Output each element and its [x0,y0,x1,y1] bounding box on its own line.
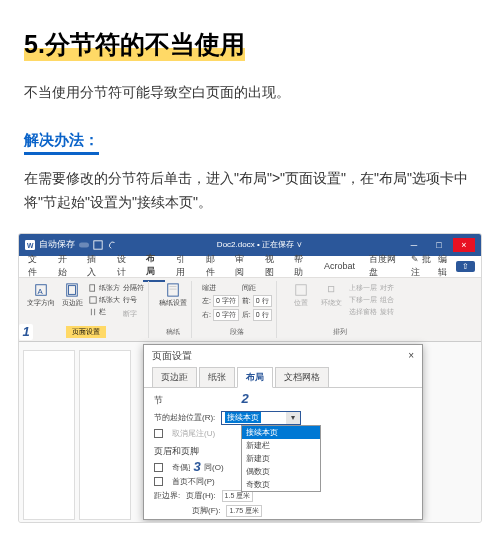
group-label-paragraph: 段落 [230,326,244,338]
dd-continuous[interactable]: 接续本页 [242,426,320,439]
tab-help[interactable]: 帮助 [291,251,313,281]
annotation-1: 1 [19,324,33,340]
footer-label: 页脚(F): [192,505,220,516]
autosave-toggle-icon[interactable] [79,240,89,250]
tab-references[interactable]: 引用 [173,251,195,281]
group-objects-button: 组合 [380,295,394,305]
indent-label: 缩进 [202,283,239,293]
svg-rect-7 [69,286,76,295]
section-start-dropdown: 接续本页 新建栏 新建页 偶数页 奇数页 [241,425,321,492]
group-label-paper: 稿纸 [166,326,180,338]
svg-rect-2 [79,242,89,247]
footer-distance-input[interactable]: 1.75 厘米 [226,505,262,517]
svg-rect-16 [328,286,333,291]
autosave-label: 自动保存 [39,238,75,251]
header-label: 页眉(H): [186,490,215,501]
tab-review[interactable]: 审阅 [232,251,254,281]
page-setup-dialog: 页面设置 × 页边距 纸张 布局 文档网格 2 节 节的起始位置(R): 接续本… [143,344,423,520]
svg-text:W: W [27,241,34,248]
tab-layout[interactable]: 布局 [143,250,165,282]
ribbon-tabs: 文件 开始 插入 设计 布局 引用 邮件 审阅 视图 帮助 Acrobat 百度… [19,256,481,278]
first-page-label: 首页不同(P) [172,476,215,487]
dd-new-page[interactable]: 新建页 [242,452,320,465]
tab-home[interactable]: 开始 [55,251,77,281]
tab-mailings[interactable]: 邮件 [203,251,225,281]
group-arrange: 位置 环绕文 上移一层 下移一层 选择窗格 对齐 组合 旋转 排列 [283,281,398,338]
indent-right-input[interactable]: 0 字符 [213,309,239,321]
annotation-3: 3 [190,459,204,475]
size-button[interactable]: 纸张大 [89,295,120,305]
send-backward-button: 下移一层 [349,295,377,305]
dialog-close-button[interactable]: × [408,350,414,361]
group-paper: 稿纸设置 稿纸 [155,281,192,338]
tab-insert[interactable]: 插入 [84,251,106,281]
group-page-setup: A文字方向 页边距 纸张方 纸张大 栏 分隔符 行号 断字 页面设置 1 [23,281,149,338]
page-1 [23,350,75,520]
line-numbers-button[interactable]: 行号 [123,295,144,305]
dlg-tab-paper[interactable]: 纸张 [199,367,235,387]
doc-title: Doc2.docx • 正在保存 ∨ [117,239,403,250]
dlg-tab-margins[interactable]: 页边距 [152,367,197,387]
svg-rect-15 [295,285,306,296]
tab-baidu[interactable]: 百度网盘 [366,251,403,281]
svg-rect-8 [90,285,95,291]
svg-text:A: A [38,286,44,295]
section-start-select[interactable]: 接续本页 ▾ [221,411,301,425]
spacing-after-input[interactable]: 0 行 [253,309,272,321]
tab-file[interactable]: 文件 [25,251,47,281]
hyphenation-button[interactable]: 断字 [123,309,144,319]
dialog-title: 页面设置 [152,349,192,363]
tab-acrobat[interactable]: Acrobat [321,259,358,273]
breaks-button[interactable]: 分隔符 [123,283,144,293]
document-area: 页面设置 × 页边距 纸张 布局 文档网格 2 节 节的起始位置(R): 接续本… [19,342,481,522]
margins-button[interactable]: 页边距 [58,281,86,307]
position-button: 位置 [287,281,315,307]
paper-settings-button[interactable]: 稿纸设置 [159,281,187,307]
first-page-checkbox[interactable] [154,477,163,486]
odd-even-checkbox[interactable] [154,463,163,472]
section-start-label: 节的起始位置(R): [154,412,215,423]
svg-rect-9 [90,297,96,303]
group-label-page-setup[interactable]: 页面设置 [66,326,106,338]
close-button[interactable]: × [453,238,475,252]
tab-design[interactable]: 设计 [114,251,136,281]
page-2 [79,350,131,520]
columns-button[interactable]: 栏 [89,307,120,317]
undo-icon[interactable] [107,240,117,250]
svg-rect-3 [94,241,102,249]
orientation-button[interactable]: 纸张方 [89,283,120,293]
spacing-before-input[interactable]: 0 行 [253,295,272,307]
dlg-tab-layout[interactable]: 布局 [237,367,273,388]
from-edge-label: 距边界: [154,490,180,501]
dlg-tab-grid[interactable]: 文档网格 [275,367,329,387]
selection-pane-button[interactable]: 选择窗格 [349,307,377,317]
ribbon: A文字方向 页边距 纸张方 纸张大 栏 分隔符 行号 断字 页面设置 1 稿纸设… [19,278,481,342]
group-paragraph: 缩进 左:0 字符 右:0 字符 间距 前:0 行 后:0 行 段落 [198,281,277,338]
maximize-button[interactable]: □ [428,238,450,252]
spacing-label: 间距 [242,283,272,293]
section-heading: 节 [154,394,412,407]
solution-body: 在需要修改的分节符后单击，进入"布局">"页面设置"，在"布局"选项卡中将"节起… [24,167,476,215]
align-button: 对齐 [380,283,394,293]
word-icon: W [25,240,35,250]
minimize-button[interactable]: ─ [403,238,425,252]
share-button[interactable]: ⇧ [456,261,475,272]
text-direction-button[interactable]: A文字方向 [27,281,55,307]
dd-new-column[interactable]: 新建栏 [242,439,320,452]
word-screenshot: W 自动保存 Doc2.docx • 正在保存 ∨ ─ □ × 文件 开始 插入… [18,233,482,523]
chevron-down-icon[interactable]: ▾ [286,412,300,424]
dd-even-page[interactable]: 偶数页 [242,465,320,478]
comment-button[interactable]: ✎ 批注 [411,253,434,279]
edit-button[interactable]: 编辑 [438,253,452,279]
suppress-endnotes-checkbox [154,429,163,438]
group-label-arrange: 排列 [333,326,347,338]
dd-odd-page[interactable]: 奇数页 [242,478,320,491]
bring-forward-button: 上移一层 [349,283,377,293]
suppress-endnotes-label: 取消尾注(U) [172,428,215,439]
save-icon[interactable] [93,240,103,250]
tab-view[interactable]: 视图 [262,251,284,281]
solution-heading: 解决办法： [24,131,99,155]
rotate-button: 旋转 [380,307,394,317]
wrap-text-button: 环绕文 [318,281,346,307]
indent-left-input[interactable]: 0 字符 [213,295,239,307]
